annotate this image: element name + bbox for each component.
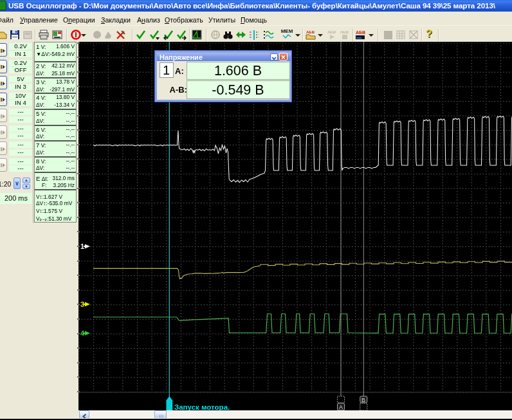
- svg-text:АБВ: АБВ: [306, 30, 315, 34]
- svg-text:B: B: [361, 397, 365, 403]
- svg-text:АБВ: АБВ: [327, 30, 336, 34]
- svg-text:АБВ: АБВ: [356, 30, 365, 35]
- svg-text:АБВ: АБВ: [340, 30, 349, 34]
- svg-text:Запуск мотора.: Запуск мотора.: [174, 403, 230, 410]
- svg-text:A: A: [339, 404, 343, 410]
